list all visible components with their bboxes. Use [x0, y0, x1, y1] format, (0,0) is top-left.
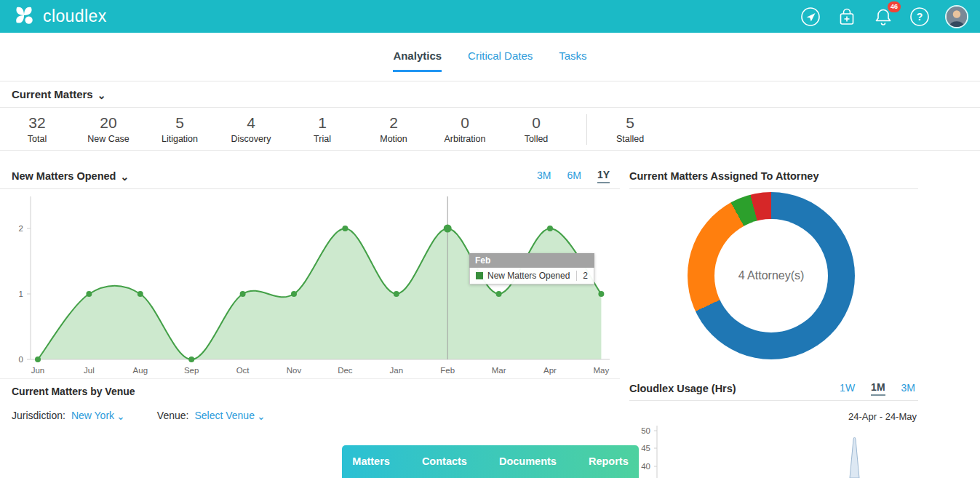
- current-matters-title: Current Matters: [12, 88, 93, 100]
- series-swatch-icon: [476, 272, 483, 279]
- help-icon[interactable]: ?: [909, 6, 931, 28]
- current-matters-stats: 32 Total 20 New Case 5 Litigation 4 Disc…: [0, 108, 980, 151]
- stat-trial[interactable]: 1 Trial: [300, 114, 345, 144]
- stat-motion[interactable]: 2 Motion: [371, 114, 416, 144]
- donut-center-label: 4 Attorney(s): [714, 219, 828, 332]
- venue-select[interactable]: Select Venue ⌄: [194, 410, 265, 421]
- new-matters-chart-svg: 012JunJulAugSepOctNovDecJanFebMarAprMay: [4, 192, 620, 377]
- new-matters-title: New Matters Opened: [12, 170, 116, 182]
- stat-tolled[interactable]: 0 Tolled: [514, 114, 559, 144]
- tab-analytics[interactable]: Analytics: [393, 49, 442, 72]
- svg-text:?: ?: [917, 11, 923, 23]
- svg-text:Dec: Dec: [338, 366, 353, 375]
- svg-text:2: 2: [19, 224, 23, 233]
- main-tabs: Analytics Critical Dates Tasks: [0, 49, 980, 72]
- brand-name: cloudlex: [43, 7, 107, 26]
- usage-spike: [850, 437, 859, 478]
- stat-stalled[interactable]: 5 Stalled: [607, 114, 653, 144]
- svg-text:Apr: Apr: [543, 366, 557, 375]
- svg-text:Jul: Jul: [84, 366, 95, 375]
- usage-header: Cloudlex Usage (Hrs) 1W 1M 3M: [629, 377, 918, 401]
- current-matters-header[interactable]: Current Matters ⌄: [0, 81, 980, 108]
- stats-divider: [586, 114, 587, 145]
- chevron-down-icon: ⌄: [116, 411, 125, 421]
- new-matters-range-selector: 3M 6M 1Y: [537, 169, 610, 183]
- nav-matters[interactable]: Matters: [336, 445, 406, 478]
- jurisdiction-label: Jurisdiction:: [12, 410, 65, 421]
- venue-label: Venue:: [157, 410, 189, 421]
- tooltip-body: New Matters Opened 2: [469, 268, 594, 284]
- attorney-chart-header: Current Matters Assigned To Attorney: [629, 163, 918, 189]
- chart-tooltip: Feb New Matters Opened 2: [469, 253, 594, 284]
- svg-text:Nov: Nov: [287, 366, 302, 375]
- usage-range-selector: 1W 1M 3M: [840, 381, 915, 396]
- new-matters-title-group[interactable]: New Matters Opened ⌄: [12, 170, 129, 182]
- send-icon[interactable]: [800, 6, 821, 28]
- chevron-down-icon: ⌄: [97, 90, 106, 100]
- tab-tasks[interactable]: Tasks: [559, 49, 586, 72]
- svg-text:Feb: Feb: [440, 366, 455, 375]
- attorney-donut-chart[interactable]: 4 Attorney(s): [688, 192, 855, 359]
- svg-text:Sep: Sep: [184, 366, 199, 375]
- cloudlex-logo-icon: [12, 4, 36, 30]
- stat-total[interactable]: 32 Total: [15, 114, 60, 144]
- venue-filters: Jurisdiction: New York ⌄ Venue: Select V…: [12, 410, 266, 421]
- usage-date-range: 24-Apr - 24-May: [848, 411, 917, 422]
- notification-count-badge: 46: [888, 1, 901, 12]
- chevron-down-icon: ⌄: [120, 172, 129, 182]
- usage-chart-svg[interactable]: 50 45 40: [629, 423, 918, 478]
- svg-text:Jan: Jan: [390, 366, 404, 375]
- range-1y[interactable]: 1Y: [597, 169, 610, 183]
- tooltip-title: Feb: [469, 253, 594, 268]
- new-matters-header: New Matters Opened ⌄ 3M 6M 1Y: [0, 163, 620, 189]
- svg-text:Oct: Oct: [236, 366, 250, 375]
- stat-discovery[interactable]: 4 Discovery: [228, 114, 274, 144]
- nav-reports[interactable]: Reports: [573, 445, 645, 478]
- usage-ytick-50: 50: [641, 426, 650, 435]
- stat-arbitration[interactable]: 0 Arbitration: [442, 114, 487, 144]
- right-column: Current Matters Assigned To Attorney 4 A…: [629, 163, 918, 478]
- svg-text:Aug: Aug: [133, 366, 148, 375]
- svg-text:1: 1: [19, 290, 23, 298]
- notifications-bell-icon[interactable]: 46: [872, 6, 894, 28]
- bottom-nav: Matters Contacts Documents Reports: [342, 445, 639, 478]
- venue-section-title: Current Matters by Venue: [12, 386, 135, 397]
- brand[interactable]: cloudlex: [12, 4, 107, 30]
- stat-litigation[interactable]: 5 Litigation: [157, 114, 202, 144]
- usage-range-1w[interactable]: 1W: [840, 382, 855, 395]
- usage-range-1m[interactable]: 1M: [871, 381, 885, 396]
- svg-text:Jun: Jun: [31, 366, 45, 375]
- secure-bag-icon[interactable]: [836, 6, 858, 28]
- svg-text:0: 0: [19, 355, 23, 364]
- usage-title: Cloudlex Usage (Hrs): [629, 383, 736, 394]
- header-icons: 46 ?: [800, 5, 968, 28]
- svg-text:Mar: Mar: [492, 366, 506, 375]
- tab-critical-dates[interactable]: Critical Dates: [468, 49, 533, 72]
- svg-text:May: May: [594, 366, 610, 375]
- tooltip-series-label: New Matters Opened: [487, 271, 572, 281]
- chevron-down-icon: ⌄: [257, 411, 266, 421]
- nav-contacts[interactable]: Contacts: [406, 445, 483, 478]
- jurisdiction-select[interactable]: New York ⌄: [71, 410, 125, 421]
- stat-new-case[interactable]: 20 New Case: [86, 114, 131, 144]
- new-matters-chart[interactable]: 012JunJulAugSepOctNovDecJanFebMarAprMay …: [0, 191, 620, 379]
- app-header: cloudlex 46 ?: [0, 0, 980, 33]
- nav-documents[interactable]: Documents: [483, 445, 573, 478]
- range-6m[interactable]: 6M: [567, 170, 581, 183]
- usage-range-3m[interactable]: 3M: [901, 382, 915, 395]
- tooltip-value: 2: [576, 271, 588, 281]
- range-3m[interactable]: 3M: [537, 170, 551, 183]
- user-avatar[interactable]: [945, 5, 968, 28]
- attorney-chart-title: Current Matters Assigned To Attorney: [629, 170, 819, 182]
